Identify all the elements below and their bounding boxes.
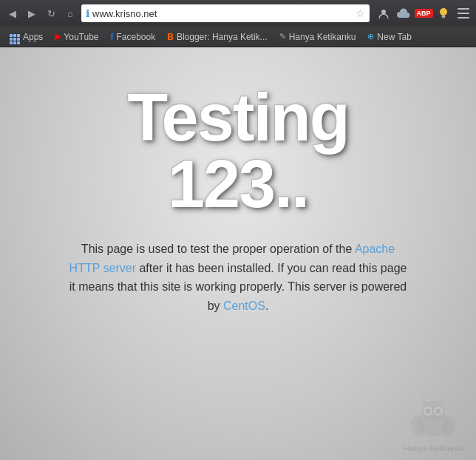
reload-button[interactable]: ↻ (43, 5, 59, 21)
nav-bar: ◀ ▶ ↻ ⌂ ℹ ☆ ABP (0, 0, 476, 27)
main-heading: Testing (127, 84, 348, 151)
browser-chrome: ◀ ▶ ↻ ⌂ ℹ ☆ ABP (0, 0, 476, 47)
bookmarks-bar: Apps ▶ YouTube f Facebook B Blogger: Han… (0, 27, 476, 47)
watermark-owl-image (404, 395, 463, 439)
facebook-icon: f (111, 32, 114, 42)
svg-rect-6 (458, 17, 469, 18)
watermark: Hanya Ketikanku (404, 395, 465, 453)
extension-menu-icon[interactable] (455, 5, 472, 21)
centos-link[interactable]: CentOS (223, 300, 265, 312)
page-description: This page is used to test the proper ope… (53, 240, 423, 315)
address-bar-input[interactable] (92, 8, 353, 19)
adblock-plus-icon[interactable]: ABP (415, 5, 432, 21)
bookmark-newtab[interactable]: ⊕ New Tab (362, 30, 416, 44)
bookmark-facebook[interactable]: f Facebook (106, 30, 161, 44)
facebook-label: Facebook (117, 32, 156, 42)
newtab-icon: ⊕ (367, 32, 374, 41)
bookmark-blogger[interactable]: B Blogger: Hanya Ketik... (162, 30, 272, 44)
newtab-label: New Tab (377, 32, 411, 42)
bookmark-youtube[interactable]: ▶ YouTube (50, 30, 103, 44)
hmk-label: Hanya Ketikanku (289, 32, 356, 42)
main-subheading: 123.. (168, 151, 308, 217)
description-text-3: . (265, 300, 268, 312)
bookmark-apps[interactable]: Apps (4, 27, 48, 46)
blogger-label: Blogger: Hanya Ketik... (177, 32, 268, 42)
blogger-icon: B (167, 32, 174, 42)
bookmark-hmk[interactable]: ✎ Hanya Ketikanku (274, 30, 361, 44)
extension-bulb-icon[interactable] (435, 5, 452, 21)
svg-point-0 (381, 10, 386, 14)
extension-cloud-icon[interactable] (395, 5, 412, 21)
apps-label: Apps (23, 32, 43, 42)
youtube-icon: ▶ (55, 32, 61, 41)
info-icon: ℹ (86, 8, 89, 19)
toolbar-icons: ABP (375, 5, 472, 21)
svg-rect-5 (458, 13, 469, 14)
svg-rect-2 (442, 16, 446, 17)
watermark-text: Hanya Ketikanku (404, 444, 465, 453)
svg-point-14 (435, 409, 441, 414)
youtube-label: YouTube (64, 32, 98, 42)
forward-button[interactable]: ▶ (24, 5, 40, 21)
page-content: Testing 123.. This page is used to test … (0, 47, 476, 460)
address-bar-wrap: ℹ ☆ (81, 4, 370, 22)
back-button[interactable]: ◀ (4, 5, 21, 21)
bookmark-star-icon[interactable]: ☆ (356, 7, 365, 19)
hmk-icon: ✎ (279, 32, 286, 41)
svg-point-1 (440, 8, 447, 16)
description-text-1: This page is used to test the proper ope… (81, 243, 355, 255)
svg-rect-3 (442, 17, 445, 18)
apps-grid-icon (10, 29, 20, 44)
extension-person-icon[interactable] (375, 5, 392, 21)
svg-point-13 (425, 409, 430, 414)
svg-rect-4 (458, 8, 469, 10)
home-button[interactable]: ⌂ (62, 5, 78, 21)
